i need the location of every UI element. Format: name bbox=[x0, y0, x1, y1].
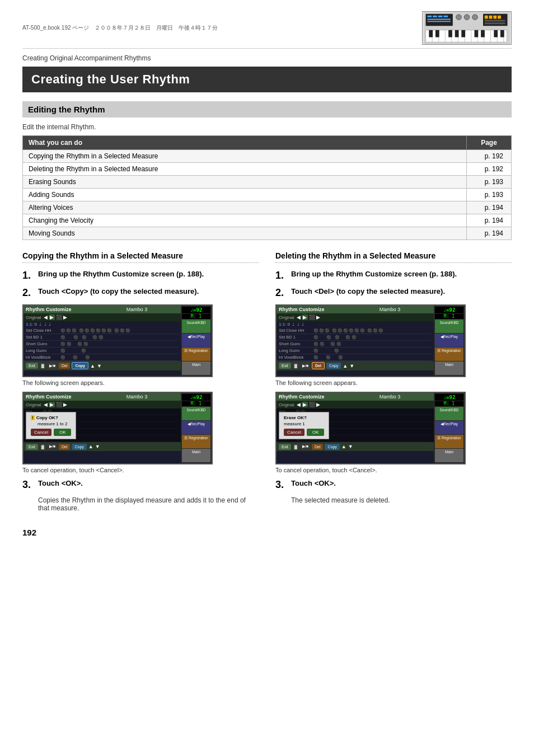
instrument-image bbox=[422, 11, 512, 45]
del-step1-number: 1. bbox=[275, 270, 287, 281]
page-header: AT-500_e.book 192 ページ ２００８年７月２８日 月曜日 午後４… bbox=[22, 11, 512, 49]
side-reg-btn[interactable]: ☰ Registration bbox=[182, 348, 210, 361]
copy-screen1-side: ♩=92 M: 1 Sound/KBD ◀Rec/Play ☰ Registra… bbox=[181, 306, 212, 376]
table-cell-page: p. 193 bbox=[467, 189, 512, 201]
table-cell-page: p. 194 bbox=[467, 227, 512, 240]
svg-rect-14 bbox=[493, 16, 496, 19]
table-row: Changing the Velocityp. 194 bbox=[23, 214, 512, 227]
copy-screen2-rec-btn[interactable]: ◀Rec/Play bbox=[182, 421, 210, 434]
copy-cancel-note: To cancel operation, touch <Cancel>. bbox=[22, 467, 259, 473]
del-screen2-side: ♩=92 M: 1 Sound/KBD ◀Rec/Play ☰ Registra… bbox=[434, 393, 465, 463]
del-dialog-title: Erase OK? bbox=[284, 415, 324, 420]
svg-rect-37 bbox=[481, 30, 485, 37]
del-step3-note: The selected measure is deleted. bbox=[291, 496, 512, 504]
svg-rect-31 bbox=[429, 30, 433, 37]
table-row: Adding Soundsp. 193 bbox=[23, 189, 512, 201]
svg-rect-2 bbox=[427, 16, 432, 17]
section-label: Creating Original Accompaniment Rhythms bbox=[22, 54, 512, 62]
copy-screen2-reg-btn[interactable]: ☰ Registration bbox=[182, 435, 210, 448]
delete-dot-line bbox=[275, 262, 512, 263]
del-step1: 1. Bring up the Rhythm Customize screen … bbox=[275, 270, 512, 281]
page-container: AT-500_e.book 192 ページ ２００８年７月２８日 月曜日 午後４… bbox=[0, 0, 534, 756]
svg-rect-6 bbox=[427, 19, 451, 20]
copy-screen1-title: Rhythm Customize bbox=[26, 307, 72, 312]
del-step3-text: Touch <OK>. bbox=[291, 479, 512, 487]
copy-section: Copying the Rhythm in a Selected Measure… bbox=[22, 251, 259, 516]
table-cell-action: Deleting the Rhythm in a Selected Measur… bbox=[23, 163, 467, 176]
del-step3-number: 3. bbox=[275, 479, 287, 491]
table-row: Deleting the Rhythm in a Selected Measur… bbox=[23, 163, 512, 176]
table-row: Erasing Soundsp. 193 bbox=[23, 176, 512, 189]
svg-rect-32 bbox=[435, 30, 439, 37]
table-cell-page: p. 194 bbox=[467, 214, 512, 227]
svg-rect-3 bbox=[433, 16, 437, 17]
table-row: Moving Soundsp. 194 bbox=[23, 227, 512, 240]
table-row: Altering Voicesp. 194 bbox=[23, 201, 512, 214]
svg-rect-7 bbox=[427, 21, 451, 22]
del-screen1-caption: The following screen appears. bbox=[275, 379, 512, 386]
copy-step3-number: 3. bbox=[22, 479, 34, 491]
del-step1-text: Bring up the Rhythm Customize screen (p.… bbox=[291, 270, 512, 278]
svg-rect-12 bbox=[485, 16, 488, 19]
del-step2: 2. Touch <Del> (to copy the selected mea… bbox=[275, 287, 512, 299]
svg-rect-38 bbox=[494, 30, 498, 37]
table-cell-action: Altering Voices bbox=[23, 201, 467, 214]
del-screen1: Rhythm Customize Mambo 3 4/4 Original ◀ … bbox=[275, 304, 466, 377]
svg-rect-36 bbox=[475, 30, 479, 37]
svg-point-8 bbox=[456, 15, 462, 20]
copy-dialog-body: measure 1 to 2 bbox=[31, 421, 71, 426]
table-cell-page: p. 192 bbox=[467, 163, 512, 176]
copy-step3: 3. Touch <OK>. bbox=[22, 479, 259, 491]
svg-rect-16 bbox=[485, 20, 505, 22]
edit-description: Edit the internal Rhythm. bbox=[22, 123, 512, 131]
del-step3: 3. Touch <OK>. bbox=[275, 479, 512, 491]
table-cell-action: Moving Sounds bbox=[23, 227, 467, 240]
side-sound-btn[interactable]: Sound/KBD bbox=[182, 320, 210, 333]
copy-screen1-caption: The following screen appears. bbox=[22, 379, 259, 386]
table-cell-action: Erasing Sounds bbox=[23, 176, 467, 189]
svg-rect-5 bbox=[443, 16, 448, 17]
content-table: What you can do Page Copying the Rhythm … bbox=[22, 135, 512, 240]
copy-dialog-title: Copy OK? bbox=[36, 415, 58, 420]
table-cell-page: p. 192 bbox=[467, 150, 512, 163]
side-rec-btn[interactable]: ◀Rec/Play bbox=[182, 334, 210, 347]
del-dialog-ok-btn[interactable]: OK bbox=[307, 429, 325, 436]
copy-dialog-ok-btn[interactable]: OK bbox=[54, 429, 72, 436]
copy-screen2-side: ♩=92 M: 1 Sound/KBD ◀Rec/Play ☰ Registra… bbox=[181, 393, 212, 463]
copy-screen2-sound-btn[interactable]: Sound/KBD bbox=[182, 407, 210, 420]
page-number: 192 bbox=[22, 528, 512, 537]
delete-section: Deleting the Rhythm in a Selected Measur… bbox=[275, 251, 512, 516]
copy-step2-text: Touch <Copy> (to copy the selected measu… bbox=[38, 287, 259, 295]
sub-title: Editing the Rhythm bbox=[22, 101, 512, 118]
svg-rect-34 bbox=[455, 30, 459, 37]
copy-screen1: Rhythm Customize Mambo 3 4/4 Original ◀ … bbox=[22, 304, 213, 377]
table-row: Copying the Rhythm in a Selected Measure… bbox=[23, 150, 512, 163]
delete-section-heading: Deleting the Rhythm in a Selected Measur… bbox=[275, 251, 512, 260]
del-dialog-body: measure 1 bbox=[284, 421, 324, 426]
del-screen1-side: ♩=92 M: 1 Sound/KBD ◀Rec/Play ☰ Registra… bbox=[434, 306, 465, 376]
copy-screen2-main-btn[interactable]: Main bbox=[182, 449, 210, 462]
table-cell-action: Copying the Rhythm in a Selected Measure bbox=[23, 150, 467, 163]
copy-dot-line bbox=[22, 262, 259, 263]
table-col2-header: Page bbox=[467, 136, 512, 150]
svg-rect-13 bbox=[489, 16, 493, 19]
del-dialog-cancel-btn[interactable]: Cancel bbox=[284, 429, 305, 436]
table-cell-action: Adding Sounds bbox=[23, 189, 467, 201]
del-step2-text: Touch <Del> (to copy the selected measur… bbox=[291, 287, 512, 295]
copy-step2-number: 2. bbox=[22, 287, 34, 299]
main-title: Creating the User Rhythm bbox=[22, 67, 512, 92]
table-cell-action: Changing the Velocity bbox=[23, 214, 467, 227]
svg-rect-35 bbox=[461, 30, 465, 37]
table-col1-header: What you can do bbox=[23, 136, 467, 150]
side-main-btn[interactable]: Main bbox=[182, 361, 210, 375]
svg-point-10 bbox=[472, 15, 478, 20]
copy-step2: 2. Touch <Copy> (to copy the selected me… bbox=[22, 287, 259, 299]
copy-dialog-cancel-btn[interactable]: Cancel bbox=[31, 429, 51, 436]
header-file-info: AT-500_e.book 192 ページ ２００８年７月２８日 月曜日 午後４… bbox=[22, 24, 218, 32]
del-screen2: Rhythm Customize Mambo 3 4/4 Original ◀ … bbox=[275, 392, 466, 464]
svg-rect-33 bbox=[448, 30, 452, 37]
copy-step3-note: Copies the Rhythm in the displayed measu… bbox=[38, 496, 259, 512]
table-cell-page: p. 193 bbox=[467, 176, 512, 189]
copy-step1-text: Bring up the Rhythm Customize screen (p.… bbox=[38, 270, 259, 278]
svg-rect-17 bbox=[485, 22, 505, 24]
